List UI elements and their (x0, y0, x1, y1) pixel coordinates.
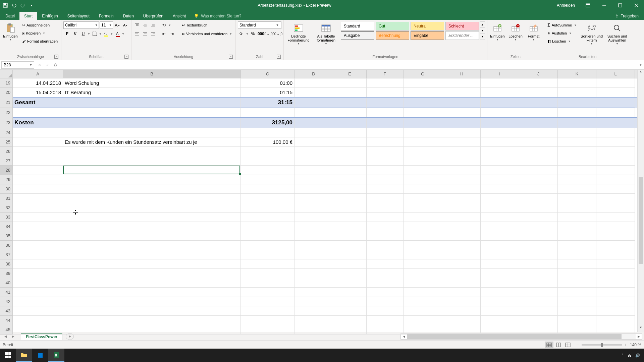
cell-I43[interactable] (481, 306, 519, 316)
style-schlecht[interactable]: Schlecht (445, 22, 479, 31)
format-painter-button[interactable]: 🖌Format übertragen (21, 38, 59, 45)
horizontal-scrollbar[interactable]: ◀ ▶ (400, 334, 642, 340)
dialog-launcher-icon[interactable]: ↘ (229, 55, 233, 59)
cell-H23[interactable] (442, 118, 481, 128)
insert-cells-button[interactable]: Einfügen ▼ (489, 21, 505, 41)
cell-K38[interactable] (558, 259, 596, 269)
chevron-down-icon[interactable]: ▼ (275, 23, 280, 27)
style-eingabe[interactable]: Eingabe (411, 31, 444, 40)
cell-K40[interactable] (558, 278, 596, 288)
decrease-decimal-icon[interactable]: ,00→,0 (273, 30, 281, 38)
cell-I36[interactable] (481, 241, 519, 250)
undo-icon[interactable] (10, 1, 18, 9)
bold-icon[interactable]: F (63, 30, 71, 38)
cell-H42[interactable] (442, 297, 481, 306)
cell-A23[interactable]: Kosten (13, 118, 63, 128)
cell-J35[interactable] (519, 231, 558, 241)
cell-L28[interactable] (596, 166, 635, 175)
copy-button[interactable]: ⎘Kopieren▼ (21, 29, 59, 37)
vertical-scrollbar[interactable]: ▲ ▼ (637, 70, 644, 332)
save-icon[interactable] (1, 1, 9, 9)
cell-F43[interactable] (367, 306, 404, 316)
cell-K20[interactable] (558, 88, 596, 97)
italic-icon[interactable]: K (71, 30, 79, 38)
cell-B35[interactable] (63, 231, 241, 241)
cell-G39[interactable] (404, 269, 442, 278)
cell-J38[interactable] (519, 259, 558, 269)
cell-H29[interactable] (442, 175, 481, 184)
cell-A29[interactable] (13, 175, 63, 184)
row-header-29[interactable]: 29 (0, 175, 12, 184)
cell-B26[interactable] (63, 147, 241, 156)
cell-L21[interactable] (596, 98, 635, 108)
cell-J36[interactable] (519, 241, 558, 250)
cell-L24[interactable] (596, 128, 635, 137)
number-format-input[interactable] (238, 23, 275, 27)
cell-A39[interactable] (13, 269, 63, 278)
cell-D30[interactable] (294, 184, 333, 194)
cell-E25[interactable] (333, 137, 367, 147)
cell-B31[interactable] (63, 194, 241, 203)
cell-D22[interactable] (294, 108, 333, 117)
column-header-B[interactable]: B (63, 70, 241, 78)
cell-I25[interactable] (481, 137, 519, 147)
cell-B38[interactable] (63, 259, 241, 269)
cell-E23[interactable] (333, 118, 367, 128)
cell-C32[interactable] (241, 203, 294, 213)
cell-D37[interactable] (294, 250, 333, 259)
column-header-F[interactable]: F (367, 70, 404, 78)
tab-layout[interactable]: Seitenlayout (63, 12, 94, 20)
cell-B20[interactable]: IT Beratung (63, 88, 241, 97)
cell-I39[interactable] (481, 269, 519, 278)
cell-J39[interactable] (519, 269, 558, 278)
cell-D21[interactable] (294, 98, 333, 108)
cell-G41[interactable] (404, 288, 442, 297)
style-standard[interactable]: Standard (341, 22, 374, 31)
cell-J19[interactable] (519, 78, 558, 88)
zoom-in-icon[interactable]: + (625, 342, 627, 348)
align-left-icon[interactable] (133, 30, 141, 38)
excel-taskbar-icon[interactable]: X (48, 349, 64, 362)
number-format-combo[interactable]: ▼ (238, 21, 281, 29)
cell-G22[interactable] (404, 108, 442, 117)
cell-J37[interactable] (519, 250, 558, 259)
cell-J20[interactable] (519, 88, 558, 97)
cell-B42[interactable] (63, 297, 241, 306)
cell-E27[interactable] (333, 156, 367, 166)
cell-A22[interactable] (13, 108, 63, 117)
row-header-45[interactable]: 45 (0, 325, 12, 335)
chevron-down-icon[interactable]: ▼ (108, 23, 113, 27)
row-header-34[interactable]: 34 (0, 222, 12, 231)
cell-B27[interactable] (63, 156, 241, 166)
row-header-28[interactable]: 28 (0, 166, 12, 175)
fx-icon[interactable]: fx (52, 61, 60, 69)
cell-G35[interactable] (404, 231, 442, 241)
cell-F39[interactable] (367, 269, 404, 278)
cell-A28[interactable] (13, 166, 63, 175)
cell-I28[interactable] (481, 166, 519, 175)
cell-E29[interactable] (333, 175, 367, 184)
column-header-D[interactable]: D (294, 70, 333, 78)
cell-K45[interactable] (558, 325, 596, 335)
cell-H32[interactable] (442, 203, 481, 213)
taskbar-app-icon[interactable] (32, 349, 48, 362)
chevron-down-icon[interactable]: ▼ (94, 23, 99, 27)
cell-H41[interactable] (442, 288, 481, 297)
cell-G34[interactable] (404, 222, 442, 231)
cell-K33[interactable] (558, 213, 596, 222)
scroll-down-icon[interactable]: ▼ (480, 28, 485, 34)
cell-B33[interactable] (63, 213, 241, 222)
cell-E33[interactable] (333, 213, 367, 222)
cell-L27[interactable] (596, 156, 635, 166)
cell-L32[interactable] (596, 203, 635, 213)
cell-I26[interactable] (481, 147, 519, 156)
cell-A30[interactable] (13, 184, 63, 194)
cell-D45[interactable] (294, 325, 333, 335)
row-header-43[interactable]: 43 (0, 306, 12, 316)
cell-H25[interactable] (442, 137, 481, 147)
cell-I20[interactable] (481, 88, 519, 97)
align-center-icon[interactable] (142, 30, 149, 38)
cell-H38[interactable] (442, 259, 481, 269)
cell-K29[interactable] (558, 175, 596, 184)
column-header-H[interactable]: H (442, 70, 481, 78)
